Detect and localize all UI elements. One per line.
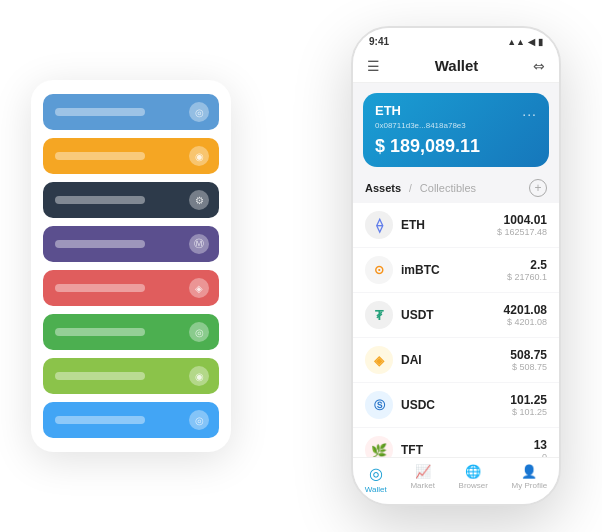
eth-icon: ⟠ xyxy=(365,211,393,239)
scene: ◎ ◉ ⚙ Ⓜ ◈ ◎ ◉ ◎ xyxy=(21,16,581,516)
page-title: Wallet xyxy=(435,57,479,74)
phone-content: ETH 0x08711d3e...8418a78e3 $ 189,089.11 … xyxy=(353,83,559,457)
card-label xyxy=(55,416,145,424)
profile-nav-icon: 👤 xyxy=(521,464,537,479)
wallet-address: 0x08711d3e...8418a78e3 xyxy=(375,121,537,130)
imbtc-icon: ⊙ xyxy=(365,256,393,284)
scan-icon[interactable]: ⇔ xyxy=(533,58,545,74)
tab-collectibles[interactable]: Collectibles xyxy=(420,182,476,194)
nav-market[interactable]: 📈 Market xyxy=(410,464,434,494)
eth-coin-name: ETH xyxy=(375,103,537,118)
usdc-amounts: 101.25 $ 101.25 xyxy=(510,393,547,417)
card-label xyxy=(55,152,145,160)
card-icon: ⚙ xyxy=(189,190,209,210)
dai-icon: ◈ xyxy=(365,346,393,374)
signal-icon: ▲▲ xyxy=(507,37,525,47)
card-label xyxy=(55,196,145,204)
assets-tabs: Assets / Collectibles xyxy=(365,182,476,194)
card-label xyxy=(55,328,145,336)
asset-row-tft[interactable]: 🌿 TFT 13 0 xyxy=(353,428,559,457)
usdt-icon: ₮ xyxy=(365,301,393,329)
asset-row-imbtc[interactable]: ⊙ imBTC 2.5 $ 21760.1 xyxy=(353,248,559,293)
card-stack: ◎ ◉ ⚙ Ⓜ ◈ ◎ ◉ ◎ xyxy=(31,80,231,452)
wifi-icon: ◀ xyxy=(528,37,535,47)
asset-row-eth[interactable]: ⟠ ETH 1004.01 $ 162517.48 xyxy=(353,203,559,248)
list-item[interactable]: ◈ xyxy=(43,270,219,306)
add-asset-button[interactable]: + xyxy=(529,179,547,197)
asset-row-dai[interactable]: ◈ DAI 508.75 $ 508.75 xyxy=(353,338,559,383)
eth-usd: $ 162517.48 xyxy=(497,227,547,237)
card-label xyxy=(55,108,145,116)
tab-assets[interactable]: Assets xyxy=(365,182,401,194)
card-label xyxy=(55,284,145,292)
imbtc-amount: 2.5 xyxy=(507,258,547,272)
nav-wallet[interactable]: ◎ Wallet xyxy=(365,464,387,494)
usdc-icon: Ⓢ xyxy=(365,391,393,419)
eth-card[interactable]: ETH 0x08711d3e...8418a78e3 $ 189,089.11 … xyxy=(363,93,549,167)
dai-name: DAI xyxy=(401,353,510,367)
eth-balance: $ 189,089.11 xyxy=(375,136,537,157)
wallet-nav-label: Wallet xyxy=(365,485,387,494)
usdc-name: USDC xyxy=(401,398,510,412)
eth-name: ETH xyxy=(401,218,497,232)
browser-nav-label: Browser xyxy=(459,481,488,490)
eth-amounts: 1004.01 $ 162517.48 xyxy=(497,213,547,237)
usdt-amounts: 4201.08 $ 4201.08 xyxy=(504,303,547,327)
usdc-amount: 101.25 xyxy=(510,393,547,407)
bottom-nav: ◎ Wallet 📈 Market 🌐 Browser 👤 My Profile xyxy=(353,457,559,504)
list-item[interactable]: ◎ xyxy=(43,94,219,130)
nav-browser[interactable]: 🌐 Browser xyxy=(459,464,488,494)
tft-amounts: 13 0 xyxy=(534,438,547,457)
imbtc-usd: $ 21760.1 xyxy=(507,272,547,282)
usdt-usd: $ 4201.08 xyxy=(504,317,547,327)
phone-header: ☰ Wallet ⇔ xyxy=(353,51,559,83)
usdt-name: USDT xyxy=(401,308,504,322)
asset-row-usdc[interactable]: Ⓢ USDC 101.25 $ 101.25 xyxy=(353,383,559,428)
asset-row-usdt[interactable]: ₮ USDT 4201.08 $ 4201.08 xyxy=(353,293,559,338)
list-item[interactable]: ◉ xyxy=(43,358,219,394)
list-item[interactable]: ◎ xyxy=(43,314,219,350)
tft-amount: 13 xyxy=(534,438,547,452)
card-icon: ◎ xyxy=(189,322,209,342)
imbtc-name: imBTC xyxy=(401,263,507,277)
tft-name: TFT xyxy=(401,443,534,457)
tft-icon: 🌿 xyxy=(365,436,393,457)
imbtc-amounts: 2.5 $ 21760.1 xyxy=(507,258,547,282)
card-icon: ◉ xyxy=(189,366,209,386)
asset-list: ⟠ ETH 1004.01 $ 162517.48 ⊙ imBTC 2.5 $ … xyxy=(353,203,559,457)
usdt-amount: 4201.08 xyxy=(504,303,547,317)
dai-amount: 508.75 xyxy=(510,348,547,362)
status-time: 9:41 xyxy=(369,36,389,47)
wallet-nav-icon: ◎ xyxy=(369,464,383,483)
dai-amounts: 508.75 $ 508.75 xyxy=(510,348,547,372)
browser-nav-icon: 🌐 xyxy=(465,464,481,479)
profile-nav-label: My Profile xyxy=(512,481,548,490)
card-icon: ◈ xyxy=(189,278,209,298)
usdc-usd: $ 101.25 xyxy=(510,407,547,417)
status-bar: 9:41 ▲▲ ◀ ▮ xyxy=(353,28,559,51)
assets-header: Assets / Collectibles + xyxy=(353,175,559,203)
status-icons: ▲▲ ◀ ▮ xyxy=(507,37,543,47)
list-item[interactable]: Ⓜ xyxy=(43,226,219,262)
battery-icon: ▮ xyxy=(538,37,543,47)
card-icon: ◎ xyxy=(189,410,209,430)
nav-profile[interactable]: 👤 My Profile xyxy=(512,464,548,494)
card-icon: ◉ xyxy=(189,146,209,166)
card-label xyxy=(55,240,145,248)
market-nav-label: Market xyxy=(410,481,434,490)
list-item[interactable]: ◎ xyxy=(43,402,219,438)
card-icon: Ⓜ xyxy=(189,234,209,254)
card-icon: ◎ xyxy=(189,102,209,122)
eth-amount: 1004.01 xyxy=(497,213,547,227)
card-label xyxy=(55,372,145,380)
tab-separator: / xyxy=(409,183,412,194)
phone: 9:41 ▲▲ ◀ ▮ ☰ Wallet ⇔ ETH 0x08711d3e...… xyxy=(351,26,561,506)
market-nav-icon: 📈 xyxy=(415,464,431,479)
list-item[interactable]: ⚙ xyxy=(43,182,219,218)
list-item[interactable]: ◉ xyxy=(43,138,219,174)
dai-usd: $ 508.75 xyxy=(510,362,547,372)
menu-icon[interactable]: ☰ xyxy=(367,58,380,74)
more-button[interactable]: ... xyxy=(522,103,537,119)
